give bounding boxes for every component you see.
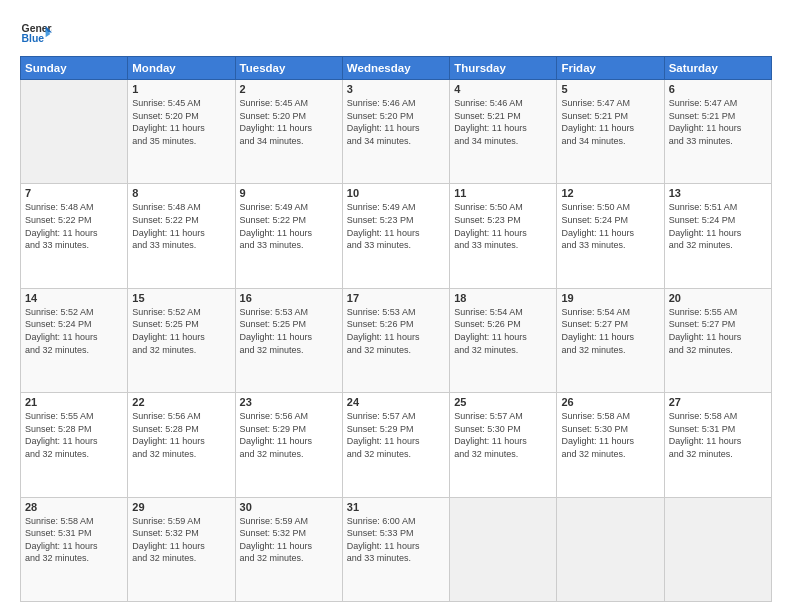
calendar-cell <box>21 80 128 184</box>
day-info: Sunrise: 5:52 AM Sunset: 5:24 PM Dayligh… <box>25 306 123 356</box>
week-row-1: 1Sunrise: 5:45 AM Sunset: 5:20 PM Daylig… <box>21 80 772 184</box>
week-row-5: 28Sunrise: 5:58 AM Sunset: 5:31 PM Dayli… <box>21 497 772 601</box>
calendar-cell: 20Sunrise: 5:55 AM Sunset: 5:27 PM Dayli… <box>664 288 771 392</box>
day-info: Sunrise: 5:53 AM Sunset: 5:26 PM Dayligh… <box>347 306 445 356</box>
day-info: Sunrise: 5:58 AM Sunset: 5:30 PM Dayligh… <box>561 410 659 460</box>
day-number: 26 <box>561 396 659 408</box>
day-info: Sunrise: 5:57 AM Sunset: 5:29 PM Dayligh… <box>347 410 445 460</box>
calendar-cell: 22Sunrise: 5:56 AM Sunset: 5:28 PM Dayli… <box>128 393 235 497</box>
day-number: 12 <box>561 187 659 199</box>
day-info: Sunrise: 5:46 AM Sunset: 5:20 PM Dayligh… <box>347 97 445 147</box>
day-number: 25 <box>454 396 552 408</box>
calendar-cell: 10Sunrise: 5:49 AM Sunset: 5:23 PM Dayli… <box>342 184 449 288</box>
day-info: Sunrise: 5:49 AM Sunset: 5:23 PM Dayligh… <box>347 201 445 251</box>
logo: General Blue <box>20 18 52 50</box>
day-number: 29 <box>132 501 230 513</box>
calendar-cell: 25Sunrise: 5:57 AM Sunset: 5:30 PM Dayli… <box>450 393 557 497</box>
day-info: Sunrise: 6:00 AM Sunset: 5:33 PM Dayligh… <box>347 515 445 565</box>
day-number: 24 <box>347 396 445 408</box>
weekday-header-row: SundayMondayTuesdayWednesdayThursdayFrid… <box>21 57 772 80</box>
day-number: 3 <box>347 83 445 95</box>
day-info: Sunrise: 5:53 AM Sunset: 5:25 PM Dayligh… <box>240 306 338 356</box>
day-number: 15 <box>132 292 230 304</box>
weekday-wednesday: Wednesday <box>342 57 449 80</box>
calendar-cell: 6Sunrise: 5:47 AM Sunset: 5:21 PM Daylig… <box>664 80 771 184</box>
calendar-cell <box>664 497 771 601</box>
day-info: Sunrise: 5:58 AM Sunset: 5:31 PM Dayligh… <box>25 515 123 565</box>
calendar-cell: 30Sunrise: 5:59 AM Sunset: 5:32 PM Dayli… <box>235 497 342 601</box>
day-number: 1 <box>132 83 230 95</box>
day-number: 6 <box>669 83 767 95</box>
day-number: 22 <box>132 396 230 408</box>
calendar-cell: 9Sunrise: 5:49 AM Sunset: 5:22 PM Daylig… <box>235 184 342 288</box>
day-info: Sunrise: 5:49 AM Sunset: 5:22 PM Dayligh… <box>240 201 338 251</box>
calendar-cell: 18Sunrise: 5:54 AM Sunset: 5:26 PM Dayli… <box>450 288 557 392</box>
day-number: 4 <box>454 83 552 95</box>
svg-text:Blue: Blue <box>22 33 45 44</box>
day-number: 7 <box>25 187 123 199</box>
calendar-cell: 12Sunrise: 5:50 AM Sunset: 5:24 PM Dayli… <box>557 184 664 288</box>
calendar-cell: 24Sunrise: 5:57 AM Sunset: 5:29 PM Dayli… <box>342 393 449 497</box>
calendar-cell: 8Sunrise: 5:48 AM Sunset: 5:22 PM Daylig… <box>128 184 235 288</box>
day-number: 9 <box>240 187 338 199</box>
calendar-cell: 17Sunrise: 5:53 AM Sunset: 5:26 PM Dayli… <box>342 288 449 392</box>
calendar-cell: 28Sunrise: 5:58 AM Sunset: 5:31 PM Dayli… <box>21 497 128 601</box>
day-info: Sunrise: 5:56 AM Sunset: 5:28 PM Dayligh… <box>132 410 230 460</box>
day-info: Sunrise: 5:55 AM Sunset: 5:28 PM Dayligh… <box>25 410 123 460</box>
day-number: 17 <box>347 292 445 304</box>
day-info: Sunrise: 5:56 AM Sunset: 5:29 PM Dayligh… <box>240 410 338 460</box>
calendar-table: SundayMondayTuesdayWednesdayThursdayFrid… <box>20 56 772 602</box>
day-info: Sunrise: 5:46 AM Sunset: 5:21 PM Dayligh… <box>454 97 552 147</box>
day-number: 8 <box>132 187 230 199</box>
day-info: Sunrise: 5:54 AM Sunset: 5:26 PM Dayligh… <box>454 306 552 356</box>
day-info: Sunrise: 5:45 AM Sunset: 5:20 PM Dayligh… <box>132 97 230 147</box>
calendar-cell <box>557 497 664 601</box>
weekday-saturday: Saturday <box>664 57 771 80</box>
day-number: 20 <box>669 292 767 304</box>
calendar-cell: 27Sunrise: 5:58 AM Sunset: 5:31 PM Dayli… <box>664 393 771 497</box>
calendar-cell: 5Sunrise: 5:47 AM Sunset: 5:21 PM Daylig… <box>557 80 664 184</box>
calendar-cell: 14Sunrise: 5:52 AM Sunset: 5:24 PM Dayli… <box>21 288 128 392</box>
day-number: 11 <box>454 187 552 199</box>
day-number: 19 <box>561 292 659 304</box>
day-info: Sunrise: 5:51 AM Sunset: 5:24 PM Dayligh… <box>669 201 767 251</box>
day-info: Sunrise: 5:52 AM Sunset: 5:25 PM Dayligh… <box>132 306 230 356</box>
calendar-cell: 23Sunrise: 5:56 AM Sunset: 5:29 PM Dayli… <box>235 393 342 497</box>
page: General Blue SundayMondayTuesdayWednesda… <box>0 0 792 612</box>
calendar-cell: 19Sunrise: 5:54 AM Sunset: 5:27 PM Dayli… <box>557 288 664 392</box>
calendar-cell: 3Sunrise: 5:46 AM Sunset: 5:20 PM Daylig… <box>342 80 449 184</box>
day-number: 10 <box>347 187 445 199</box>
week-row-2: 7Sunrise: 5:48 AM Sunset: 5:22 PM Daylig… <box>21 184 772 288</box>
day-info: Sunrise: 5:57 AM Sunset: 5:30 PM Dayligh… <box>454 410 552 460</box>
week-row-4: 21Sunrise: 5:55 AM Sunset: 5:28 PM Dayli… <box>21 393 772 497</box>
day-number: 30 <box>240 501 338 513</box>
calendar-cell: 1Sunrise: 5:45 AM Sunset: 5:20 PM Daylig… <box>128 80 235 184</box>
calendar-cell: 26Sunrise: 5:58 AM Sunset: 5:30 PM Dayli… <box>557 393 664 497</box>
calendar-cell: 15Sunrise: 5:52 AM Sunset: 5:25 PM Dayli… <box>128 288 235 392</box>
calendar-cell: 16Sunrise: 5:53 AM Sunset: 5:25 PM Dayli… <box>235 288 342 392</box>
logo-icon: General Blue <box>20 18 52 50</box>
calendar-cell: 11Sunrise: 5:50 AM Sunset: 5:23 PM Dayli… <box>450 184 557 288</box>
calendar-cell: 21Sunrise: 5:55 AM Sunset: 5:28 PM Dayli… <box>21 393 128 497</box>
week-row-3: 14Sunrise: 5:52 AM Sunset: 5:24 PM Dayli… <box>21 288 772 392</box>
weekday-thursday: Thursday <box>450 57 557 80</box>
day-info: Sunrise: 5:55 AM Sunset: 5:27 PM Dayligh… <box>669 306 767 356</box>
calendar-cell: 7Sunrise: 5:48 AM Sunset: 5:22 PM Daylig… <box>21 184 128 288</box>
calendar-cell: 13Sunrise: 5:51 AM Sunset: 5:24 PM Dayli… <box>664 184 771 288</box>
day-number: 27 <box>669 396 767 408</box>
calendar-cell <box>450 497 557 601</box>
calendar-cell: 29Sunrise: 5:59 AM Sunset: 5:32 PM Dayli… <box>128 497 235 601</box>
day-number: 21 <box>25 396 123 408</box>
calendar-cell: 2Sunrise: 5:45 AM Sunset: 5:20 PM Daylig… <box>235 80 342 184</box>
day-info: Sunrise: 5:58 AM Sunset: 5:31 PM Dayligh… <box>669 410 767 460</box>
day-number: 13 <box>669 187 767 199</box>
day-info: Sunrise: 5:54 AM Sunset: 5:27 PM Dayligh… <box>561 306 659 356</box>
day-info: Sunrise: 5:48 AM Sunset: 5:22 PM Dayligh… <box>132 201 230 251</box>
day-info: Sunrise: 5:59 AM Sunset: 5:32 PM Dayligh… <box>240 515 338 565</box>
day-number: 18 <box>454 292 552 304</box>
day-number: 23 <box>240 396 338 408</box>
day-number: 14 <box>25 292 123 304</box>
day-number: 2 <box>240 83 338 95</box>
day-info: Sunrise: 5:47 AM Sunset: 5:21 PM Dayligh… <box>669 97 767 147</box>
calendar-cell: 4Sunrise: 5:46 AM Sunset: 5:21 PM Daylig… <box>450 80 557 184</box>
